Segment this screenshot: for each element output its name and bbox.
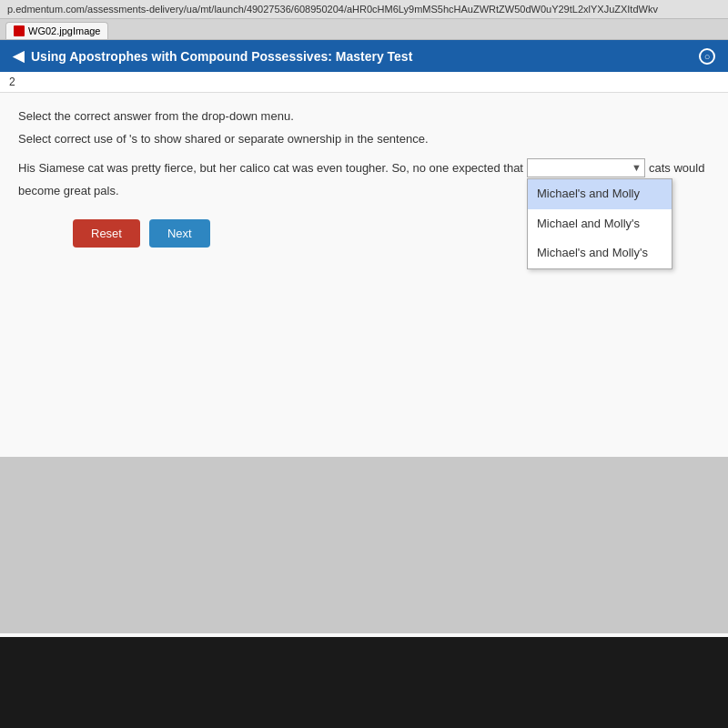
tab-label: WG02.jpgImage bbox=[28, 25, 100, 36]
browser-tab[interactable]: WG02.jpgImage bbox=[5, 22, 108, 39]
page-title: Using Apostrophes with Compound Possessi… bbox=[31, 49, 412, 64]
dark-bottom-bar bbox=[0, 637, 728, 728]
next-button[interactable]: Next bbox=[149, 219, 210, 248]
sentence-before: His Siamese cat was pretty fierce, but h… bbox=[18, 159, 523, 178]
back-icon[interactable]: ◀ bbox=[13, 47, 24, 65]
dropdown-option-2[interactable]: Michael and Molly's bbox=[528, 209, 672, 239]
sentence-area: His Siamese cat was pretty fierce, but h… bbox=[18, 158, 710, 201]
question-number-bar: 2 bbox=[0, 72, 728, 93]
main-content: Select the correct answer from the drop-… bbox=[0, 93, 728, 457]
tab-bar: WG02.jpgImage bbox=[0, 19, 728, 40]
dropdown-open-list[interactable]: Michael's and Molly Michael and Molly's … bbox=[527, 178, 672, 269]
answer-dropdown[interactable] bbox=[527, 158, 645, 177]
dropdown-option-1[interactable]: Michael's and Molly bbox=[528, 179, 672, 209]
instruction-2: Select correct use of 's to show shared … bbox=[18, 132, 710, 146]
instruction-1: Select the correct answer from the drop-… bbox=[18, 109, 710, 123]
sentence-line-1: His Siamese cat was pretty fierce, but h… bbox=[18, 158, 710, 178]
info-icon[interactable]: ○ bbox=[699, 48, 715, 65]
title-bar-left: ◀ Using Apostrophes with Compound Posses… bbox=[13, 47, 412, 65]
question-number: 2 bbox=[9, 76, 15, 88]
url-bar: p.edmentum.com/assessments-delivery/ua/m… bbox=[0, 0, 728, 19]
answer-dropdown-wrapper[interactable]: ▼ Michael's and Molly Michael and Molly'… bbox=[527, 158, 645, 178]
sentence-after: cats would bbox=[649, 159, 704, 178]
dropdown-option-3[interactable]: Michael's and Molly's bbox=[528, 238, 672, 268]
title-bar: ◀ Using Apostrophes with Compound Posses… bbox=[0, 40, 728, 72]
tab-favicon bbox=[14, 25, 25, 36]
reset-button[interactable]: Reset bbox=[73, 219, 140, 248]
sentence-continuation: become great pals. bbox=[18, 182, 119, 201]
